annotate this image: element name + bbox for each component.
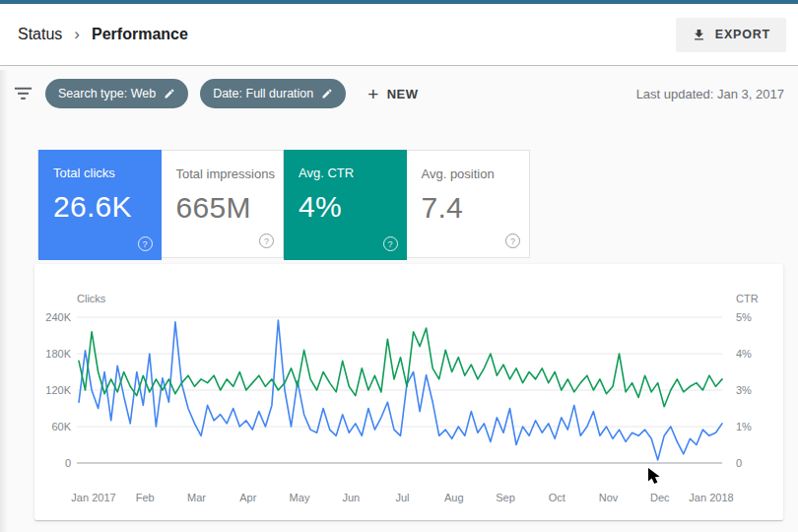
filter-icon[interactable] — [14, 86, 33, 101]
svg-text:Jan 2018: Jan 2018 — [689, 492, 733, 503]
pencil-icon — [321, 88, 333, 100]
filter-bar: Search type: Web Date: Full duration NEW… — [0, 66, 798, 121]
svg-text:Dec: Dec — [650, 492, 670, 503]
help-icon[interactable] — [138, 236, 153, 251]
main-content: Search type: Web Date: Full duration NEW… — [0, 66, 798, 532]
svg-text:0: 0 — [65, 457, 71, 469]
last-updated-text: Last updated: Jan 3, 2017 — [636, 87, 784, 101]
date-range-chip-label: Date: Full duration — [213, 87, 313, 100]
export-button-label: EXPORT — [715, 28, 770, 41]
help-icon[interactable] — [259, 233, 274, 248]
svg-text:120K: 120K — [45, 384, 71, 396]
svg-text:Aug: Aug — [444, 492, 464, 503]
chevron-right-icon — [74, 25, 80, 44]
chart-card: 0060K1%120K3%180K4%240K5%ClicksCTRJan 20… — [34, 264, 783, 520]
svg-text:Mar: Mar — [187, 492, 206, 503]
breadcrumb: Status Performance — [18, 25, 188, 44]
svg-text:240K: 240K — [45, 311, 71, 323]
svg-text:Apr: Apr — [239, 492, 256, 503]
search-type-chip[interactable]: Search type: Web — [45, 79, 188, 108]
breadcrumb-performance: Performance — [92, 26, 188, 43]
svg-text:Jul: Jul — [395, 492, 409, 503]
metric-value: 7.4 — [422, 191, 530, 225]
svg-text:Nov: Nov — [599, 492, 619, 503]
svg-text:Feb: Feb — [136, 492, 155, 503]
svg-text:5%: 5% — [736, 311, 752, 323]
help-icon[interactable] — [383, 236, 398, 251]
metric-card-avg-position[interactable]: Avg. position 7.4 — [407, 151, 530, 257]
date-range-chip[interactable]: Date: Full duration — [200, 79, 346, 108]
download-icon — [692, 28, 706, 42]
pencil-icon — [164, 88, 175, 100]
header: Status Performance EXPORT — [0, 4, 798, 66]
performance-line-chart[interactable]: 0060K1%120K3%180K4%240K5%ClicksCTRJan 20… — [34, 264, 783, 520]
metric-card-avg-ctr[interactable]: Avg. CTR 4% — [284, 150, 407, 260]
metric-label: Total impressions — [176, 166, 284, 181]
svg-text:May: May — [290, 492, 310, 503]
metric-card-total-clicks[interactable]: Total clicks 26.6K — [38, 150, 162, 260]
svg-text:Sep: Sep — [496, 492, 515, 503]
metrics-row: Total clicks 26.6K Total impressions 665… — [37, 150, 530, 258]
svg-text:60K: 60K — [51, 421, 71, 432]
svg-text:CTR: CTR — [736, 293, 759, 304]
svg-text:180K: 180K — [45, 348, 71, 360]
breadcrumb-status[interactable]: Status — [18, 26, 62, 43]
plus-icon — [367, 85, 379, 103]
svg-text:1%: 1% — [736, 421, 752, 432]
metric-value: 665M — [176, 191, 284, 225]
new-filter-label: NEW — [387, 87, 419, 101]
metric-card-total-impressions[interactable]: Total impressions 665M — [162, 151, 285, 257]
metric-value: 4% — [299, 190, 407, 224]
mouse-cursor — [645, 467, 663, 485]
help-icon[interactable] — [505, 233, 520, 248]
svg-text:4%: 4% — [736, 348, 752, 360]
new-filter-button[interactable]: NEW — [367, 85, 418, 103]
search-type-chip-label: Search type: Web — [58, 87, 156, 100]
metric-value: 26.6K — [53, 190, 162, 224]
svg-text:Jun: Jun — [342, 492, 360, 503]
svg-text:Oct: Oct — [549, 492, 565, 503]
svg-text:0: 0 — [736, 457, 742, 469]
svg-text:Clicks: Clicks — [77, 293, 106, 304]
svg-text:Jan 2017: Jan 2017 — [71, 492, 115, 503]
metric-label: Total clicks — [53, 166, 162, 180]
export-button[interactable]: EXPORT — [676, 18, 786, 52]
left-edge-shadow — [0, 70, 8, 532]
metric-label: Avg. CTR — [299, 166, 407, 180]
metric-label: Avg. position — [422, 166, 530, 181]
svg-text:3%: 3% — [736, 384, 752, 396]
